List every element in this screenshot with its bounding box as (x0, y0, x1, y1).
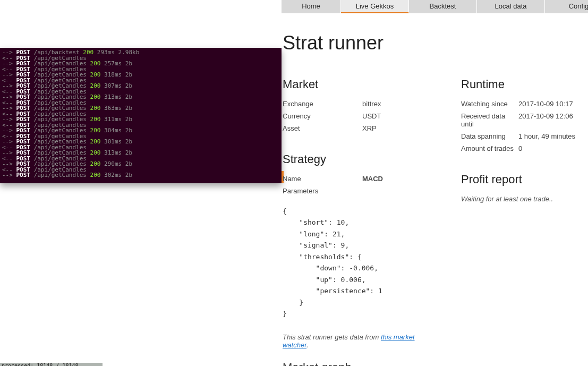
table-row: Received data until2017-10-09 12:06 (461, 110, 583, 130)
runtime-value: 2017-10-09 10:17 (518, 98, 583, 110)
tab-local-data[interactable]: Local data (477, 0, 545, 13)
table-row: Parameters (283, 185, 440, 197)
table-row: Exchangebittrex (283, 98, 440, 110)
table-row: Name MACD (283, 173, 440, 185)
footer-note-prefix: This strat runner gets data from (283, 333, 381, 341)
tab-live-gekkos[interactable]: Live Gekkos (341, 0, 409, 13)
runtime-label: Watching since (461, 98, 518, 110)
table-row: CurrencyUSDT (283, 110, 440, 122)
runtime-heading: Runtime (461, 78, 583, 91)
page-title: Strat runner (283, 32, 588, 54)
left-column: Market Exchangebittrex CurrencyUSDT Asse… (283, 69, 440, 366)
table-row: Amount of trades0 (461, 142, 583, 155)
tab-home[interactable]: Home (282, 0, 341, 13)
strategy-parameters-label: Parameters (283, 185, 362, 197)
table-row: Watching since2017-10-09 10:17 (461, 98, 583, 110)
market-value: XRP (362, 122, 440, 134)
strategy-parameters-json: { "short": 10, "long": 21, "signal": 9, … (283, 206, 440, 319)
footer-note-suffix: . (306, 341, 309, 349)
profit-heading: Profit report (461, 173, 583, 186)
status-chip: processed: 18148 / 18148 ------ (0, 363, 103, 366)
runtime-value: 1 hour, 49 minutes (518, 130, 583, 142)
market-value: USDT (362, 110, 440, 122)
tab-backtest[interactable]: Backtest (409, 0, 477, 13)
terminal-line: --> POST /api/getCandles 200 302ms 2b (2, 173, 279, 178)
market-value: bittrex (362, 98, 440, 110)
top-nav: Home Live Gekkos Backtest Local data Con… (282, 0, 588, 13)
right-column: Runtime Watching since2017-10-09 10:17 R… (461, 69, 583, 366)
terminal-panel: --> POST /api/backtest 200 293ms 2.98kb<… (0, 48, 282, 183)
profit-waiting-text: Waiting for at least one trade.. (461, 195, 583, 203)
runtime-table: Watching since2017-10-09 10:17 Received … (461, 98, 583, 155)
market-label: Asset (283, 122, 362, 134)
market-heading: Market (283, 78, 440, 91)
runtime-value: 0 (518, 142, 583, 155)
market-table: Exchangebittrex CurrencyUSDT AssetXRP (283, 98, 440, 134)
footer-note: This strat runner gets data from this ma… (283, 333, 440, 349)
market-graph-heading: Market graph (283, 361, 440, 366)
runtime-label: Amount of trades (461, 142, 518, 155)
table-row: Data spanning1 hour, 49 minutes (461, 130, 583, 142)
runtime-label: Data spanning (461, 130, 518, 142)
strategy-name-value: MACD (362, 173, 440, 185)
strategy-name-label: Name (283, 173, 362, 185)
main-content: Strat runner Market Exchangebittrex Curr… (282, 32, 588, 366)
market-label: Exchange (283, 98, 362, 110)
strategy-table: Name MACD Parameters (283, 173, 440, 197)
strategy-heading: Strategy (283, 152, 440, 166)
runtime-label: Received data until (461, 110, 518, 130)
table-row: AssetXRP (283, 122, 440, 134)
market-label: Currency (283, 110, 362, 122)
tab-config[interactable]: Config (545, 0, 588, 13)
runtime-value: 2017-10-09 12:06 (518, 110, 583, 130)
